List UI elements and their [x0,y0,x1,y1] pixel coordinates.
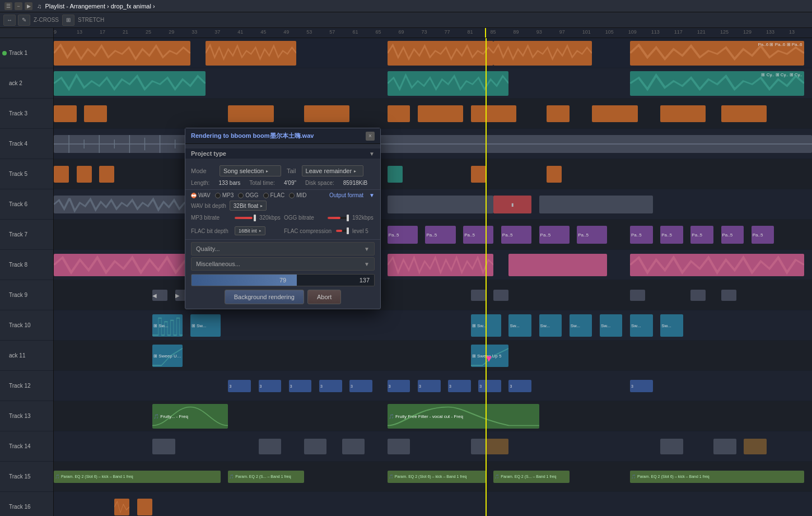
bit-depth-dropdown[interactable]: 32Bit float ▸ [230,201,267,211]
minimize-icon[interactable]: − [15,2,22,10]
abort-button[interactable]: Abort [307,290,341,304]
clip-14-10[interactable] [744,439,767,454]
clip-7-9[interactable]: Pa..5 [690,226,713,244]
clip-5-6[interactable] [547,166,562,183]
track-label-13[interactable]: Track 13 [0,401,53,431]
clip-10-2[interactable]: ⊞ Sw... [190,314,221,337]
clip-10-3[interactable]: ⊞ Sw... [471,314,501,337]
track-label-10[interactable]: Track 10 [0,310,53,341]
clip-14-2[interactable] [259,439,282,454]
clip-15-4[interactable]: 🎵 Param. EQ 2 (S... – Band 1 freq [493,471,569,483]
track-label-4[interactable]: Track 4 [0,129,53,159]
mp3-bitrate-slider[interactable] [235,217,255,219]
track-label-12[interactable]: Track 12 [0,371,53,401]
track-label-16[interactable]: Track 16 [0,492,53,516]
clip-7-1[interactable]: Pa..5 [388,226,418,244]
clip-1-2[interactable] [206,41,296,66]
clip-14-9[interactable] [713,439,736,454]
format-ogg[interactable]: OGG [238,192,258,198]
clip-14-4[interactable] [342,439,365,454]
clip-3-4[interactable] [304,105,349,122]
clip-9-5[interactable] [493,290,508,301]
clip-12-9[interactable]: 3 [478,380,501,392]
track-label-7[interactable]: Track 7 [0,220,53,250]
project-type-header[interactable]: Project type ▼ [185,148,380,159]
clip-5-1[interactable] [54,166,69,183]
clip-10-7[interactable]: Sw... [600,314,623,337]
clip-14-1[interactable] [152,439,175,454]
clip-2-2[interactable] [388,71,509,96]
tail-dropdown[interactable]: Leave remainder ▸ [302,165,363,176]
clip-7-6[interactable]: Pa..5 [577,226,607,244]
play-icon[interactable]: ▶ [25,2,32,10]
clip-1-1[interactable] [54,41,190,66]
track-label-2[interactable]: ack 2 [0,68,53,99]
radio-wav[interactable] [191,193,197,198]
clip-12-7[interactable]: 3 [418,380,441,392]
clip-7-10[interactable]: Pa..5 [721,226,744,244]
ogg-bitrate-slider[interactable] [328,217,348,219]
clip-9-7[interactable] [690,290,706,301]
clip-15-2[interactable]: 🎵 Param. EQ 2 (S... – Band 1 freq [228,471,304,483]
output-format-label[interactable]: Output format [329,192,363,198]
format-mid[interactable]: MID [289,192,306,198]
flac-depth-dropdown[interactable]: 16Bit int ▸ [235,226,265,235]
clip-12-1[interactable]: 3 [228,380,251,392]
clip-3-11[interactable] [721,105,767,122]
clip-7-11[interactable]: Pa..5 [752,226,774,244]
clip-1-5[interactable]: Pa..6 ⊞ Pa..6 ⊞ Pa..6 [630,41,804,66]
clip-11-1[interactable]: ⊞ Sweep Up 5 [152,345,183,367]
track-label-9[interactable]: Track 9 [0,280,53,310]
clip-3-1[interactable] [54,105,77,122]
clip-3-7[interactable] [471,105,516,122]
modal-header[interactable]: Rendering to bboom boom墨尔本土嗨.wav × [185,128,380,144]
clip-12-4[interactable]: 3 [319,380,342,392]
clip-5-5[interactable] [471,166,486,183]
clip-8-2[interactable] [388,254,494,276]
clip-13-1[interactable]: 🎵 Fruity... - Freq [152,404,228,429]
format-mp3[interactable]: MP3 [215,192,234,198]
clip-9-1[interactable]: ◀ [152,290,167,301]
clip-1-3[interactable] [388,41,494,66]
clip-3-5[interactable] [388,105,410,122]
clip-7-8[interactable]: Pa..5 [660,226,683,244]
clip-10-9[interactable]: Sw... [660,314,683,337]
toolbar-btn-3[interactable]: ⊞ [62,15,74,26]
clip-7-4[interactable]: Pa..5 [501,226,531,244]
track-label-1[interactable]: Track 1 [0,38,53,68]
clip-5-4[interactable] [388,166,403,183]
clip-14-5[interactable] [388,439,410,454]
clip-16-1[interactable] [114,499,129,515]
bg-render-button[interactable]: Background rendering [225,290,304,304]
clip-10-1[interactable]: ⊞ Sw... [152,314,183,337]
clip-12-8[interactable]: 3 [448,380,471,392]
clip-7-2[interactable]: Pa..5 [425,226,455,244]
track-label-11[interactable]: ack 11 [0,341,53,371]
clip-7-7[interactable]: Pa..5 [630,226,653,244]
radio-mp3[interactable] [215,193,221,198]
clip-6-2[interactable] [388,196,494,213]
clip-6-3[interactable]: ▮ [493,196,531,213]
clip-10-6[interactable]: Sw... [570,314,592,337]
track-label-8[interactable]: Track 8 [0,250,53,280]
clip-12-2[interactable]: 3 [259,380,282,392]
clip-5-2[interactable] [77,166,92,183]
clip-12-11[interactable]: 3 [630,380,653,392]
clip-15-5[interactable]: 🎵 Param. EQ 2 (Slot 6) – kick – Band 1 f… [630,471,804,483]
clip-14-7[interactable] [486,439,509,454]
clip-10-5[interactable]: Sw... [539,314,562,337]
clip-9-8[interactable] [721,290,736,301]
toolbar-btn-1[interactable]: ↔ [3,15,16,26]
clip-7-3[interactable]: Pa..5 [463,226,493,244]
format-flac[interactable]: FLAC [263,192,285,198]
clip-15-1[interactable]: 🎵 Param. EQ 2 (Slot 6) – kick – Band 1 f… [54,471,221,483]
render-dialog[interactable]: Rendering to bboom boom墨尔本土嗨.wav × Proje… [185,128,381,309]
clip-10-4[interactable]: Sw... [508,314,531,337]
clip-7-5[interactable]: Pa..5 [539,226,570,244]
radio-flac[interactable] [263,193,269,198]
track-label-3[interactable]: Track 3 [0,99,53,129]
clip-3-2[interactable] [84,105,107,122]
track-label-15[interactable]: Track 15 [0,462,53,492]
clip-2-1[interactable] [54,71,206,96]
clip-9-6[interactable] [630,290,645,301]
